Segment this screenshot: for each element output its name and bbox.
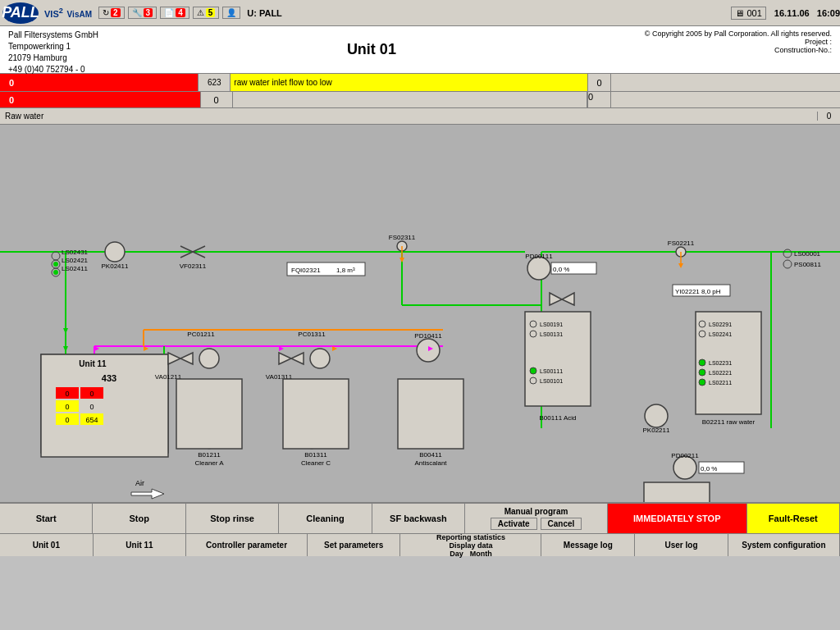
svg-text:0: 0 — [89, 390, 94, 398]
start-button[interactable]: Start — [0, 504, 93, 533]
alarm-row-1: 0 623 raw water inlet flow too low 0 — [0, 74, 840, 92]
svg-point-37 — [105, 242, 125, 262]
icon-btn-warning[interactable]: ⚠ 5 — [193, 7, 220, 19]
svg-text:LS02221: LS02221 — [709, 370, 732, 376]
svg-text:PK02211: PK02211 — [643, 427, 670, 434]
activate-button[interactable]: Activate — [491, 518, 537, 530]
svg-text:LS02431: LS02431 — [62, 249, 89, 256]
svg-text:LS00101: LS00101 — [540, 378, 563, 384]
svg-text:PC01211: PC01211 — [187, 331, 215, 338]
cleaning-button[interactable]: Cleaning — [279, 504, 372, 533]
doc-icon: 📄 — [164, 8, 174, 17]
monitor-num: 001 — [747, 8, 762, 18]
svg-text:Cleaner A: Cleaner A — [194, 459, 224, 467]
badge-1: 2 — [111, 8, 121, 17]
raw-water-label: Raw water — [5, 112, 43, 121]
svg-point-80 — [699, 359, 705, 366]
date-display: 16.11.06 — [774, 8, 810, 18]
alarm-mid-2: 0 — [200, 92, 233, 107]
badge-warning: 5 — [206, 8, 216, 17]
svg-text:PD00111: PD00111 — [525, 253, 553, 260]
alarm-num-2: 0 — [0, 92, 23, 107]
warning-icon: ⚠ — [197, 8, 204, 17]
icon-btn-1[interactable]: ↻ 2 — [98, 7, 125, 19]
person-icon: 👤 — [226, 8, 236, 17]
unit11-button[interactable]: Unit 11 — [94, 534, 187, 556]
svg-point-32 — [53, 262, 58, 267]
day-month-area: Day Month — [450, 550, 492, 558]
svg-rect-121 — [644, 482, 710, 502]
btn-row1: Start Stop Stop rinse Cleaning SF backwa… — [0, 502, 840, 533]
svg-text:LS00191: LS00191 — [540, 322, 563, 327]
project-label: Project : — [645, 38, 832, 46]
immediately-stop-button[interactable]: IMMEDIATELY STOP — [608, 504, 747, 533]
system-configuration-button[interactable]: System configuration — [728, 534, 840, 556]
cancel-button[interactable]: Cancel — [541, 518, 582, 530]
icon-btn-person[interactable]: 👤 — [222, 7, 240, 19]
svg-text:YI02221  8,0 pH: YI02221 8,0 pH — [675, 288, 721, 295]
svg-text:PS00811: PS00811 — [794, 261, 821, 268]
icon-btn-3[interactable]: 📄 4 — [160, 7, 189, 19]
topbar: PALL VIS2 VisAM ↻ 2 🔧 3 📄 4 ⚠ 5 👤 U: PAL… — [0, 0, 840, 26]
alarm-extra-1 — [610, 74, 840, 91]
construction-label: Construction-No.: — [645, 46, 832, 54]
svg-text:FQI02321: FQI02321 — [291, 267, 321, 274]
alarm-end-3: 0 — [817, 112, 840, 121]
alarm-end-2: 0 — [587, 92, 610, 107]
svg-point-93 — [199, 349, 219, 368]
svg-text:LS02421: LS02421 — [62, 257, 89, 264]
controller-parameter-button[interactable]: Controller parameter — [186, 534, 307, 556]
vis-label: VIS2 VisAM — [44, 7, 92, 19]
svg-text:LS00131: LS00131 — [540, 331, 563, 337]
alarm-bar-2 — [23, 92, 200, 107]
sf-backwash-button[interactable]: SF backwash — [372, 504, 465, 533]
svg-point-72 — [645, 404, 668, 427]
svg-text:PK02411: PK02411 — [102, 262, 129, 270]
svg-text:LS02411: LS02411 — [62, 265, 89, 272]
badge-3: 4 — [176, 8, 185, 17]
svg-text:433: 433 — [102, 373, 116, 383]
svg-text:PD10411: PD10411 — [414, 332, 442, 340]
svg-text:PC01311: PC01311 — [298, 331, 326, 338]
alarm-row-3: Raw water 0 — [0, 108, 840, 125]
user-log-button[interactable]: User log — [635, 534, 728, 556]
svg-point-103 — [310, 349, 330, 368]
alarm-bar-1 — [23, 74, 198, 91]
svg-text:LS00111: LS00111 — [540, 368, 563, 374]
time-display: 16:09 — [817, 8, 840, 18]
svg-point-117 — [673, 456, 696, 479]
monitor-icon: 🖥 — [735, 8, 744, 18]
unit01-button[interactable]: Unit 01 — [0, 534, 94, 556]
day-btn[interactable]: Day — [450, 550, 463, 558]
stop-rinse-button[interactable]: Stop rinse — [186, 504, 279, 533]
svg-text:0,0  %: 0,0 % — [553, 266, 569, 273]
reporting-stats-label[interactable]: Reporting statistics — [436, 533, 505, 541]
stop-button[interactable]: Stop — [93, 504, 185, 533]
svg-text:654: 654 — [85, 416, 98, 424]
display-data-btn[interactable]: Display data — [449, 541, 492, 550]
svg-point-84 — [699, 379, 705, 386]
alarm-mid-1: 623 — [198, 74, 231, 91]
svg-text:0,0  %: 0,0 % — [701, 465, 717, 472]
copyright-text: © Copyright 2005 by Pall Corporation. Al… — [645, 30, 832, 38]
alarm-row-2: 0 0 0 — [0, 92, 840, 108]
svg-text:FS02211: FS02211 — [668, 240, 695, 247]
recycle-icon: ↻ — [103, 8, 109, 17]
message-log-button[interactable]: Message log — [541, 534, 635, 556]
company-name: Pall Filtersystems GmbH — [8, 30, 98, 41]
svg-text:PD00211: PD00211 — [671, 452, 699, 459]
reporting-sub: Display data — [449, 541, 492, 550]
reporting-statistics-area: Reporting statistics Display data Day Mo… — [400, 534, 541, 556]
company-header: Pall Filtersystems GmbH Tempowerkring 1 … — [0, 26, 840, 74]
svg-point-35 — [53, 270, 58, 275]
icon-btn-2[interactable]: 🔧 3 — [128, 7, 158, 19]
fault-reset-button[interactable]: Fault-Reset — [747, 504, 840, 533]
process-diagram: Unit 11 433 0 0 0 0 0 654 LS02431 LS0242… — [0, 125, 840, 502]
unit-title: Unit 01 — [98, 30, 645, 70]
svg-point-82 — [699, 369, 705, 376]
svg-text:VF02311: VF02311 — [180, 262, 207, 270]
topbar-right: 🖥 001 16.11.06 16:09 — [731, 7, 840, 20]
svg-text:B01311: B01311 — [304, 451, 327, 459]
month-btn[interactable]: Month — [470, 550, 492, 558]
set-parameters-button[interactable]: Set parameters — [308, 534, 401, 556]
